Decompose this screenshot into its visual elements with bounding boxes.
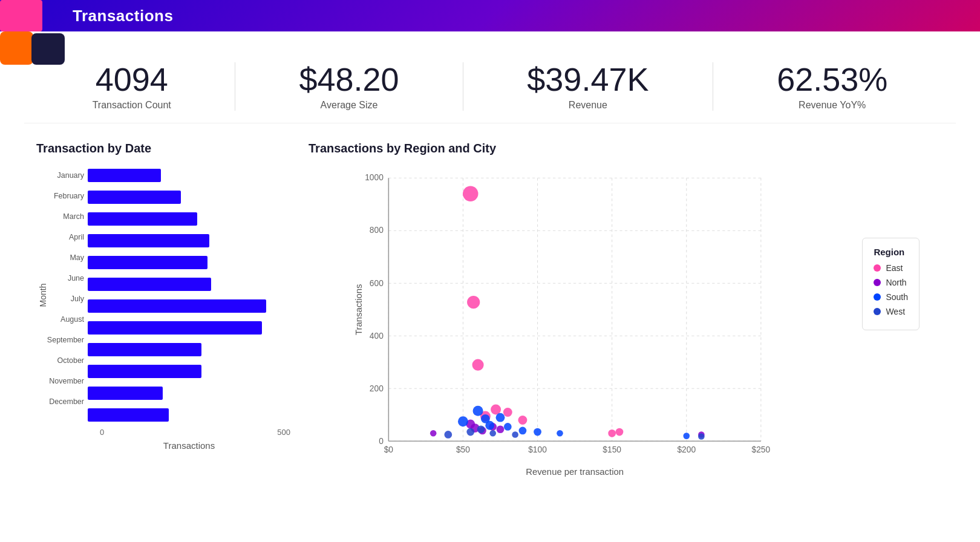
- svg-point-56: [477, 426, 485, 434]
- scatter-container: 02004006008001000$0$50$100$150$200$250Tr…: [309, 165, 944, 480]
- bar-month-label: June: [48, 268, 88, 289]
- svg-text:600: 600: [370, 279, 384, 288]
- logo-area: [0, 0, 73, 67]
- svg-point-41: [497, 426, 505, 434]
- bar-month-label: November: [48, 371, 88, 391]
- bar-fill: [88, 191, 181, 204]
- bar-row: [88, 318, 290, 338]
- svg-text:$50: $50: [456, 446, 470, 455]
- bar-fill: [88, 212, 197, 226]
- legend-dot: [874, 308, 881, 315]
- svg-point-34: [518, 416, 528, 425]
- kpi-value-revenue: $39.47K: [527, 62, 648, 97]
- svg-point-52: [557, 430, 563, 437]
- kpi-divider-1: [235, 62, 235, 111]
- logo-dark: [31, 33, 65, 65]
- scatter-chart-section: Transactions by Region and City 02004006…: [309, 142, 944, 480]
- bar-month-label: October: [48, 350, 88, 371]
- bar-fill: [88, 343, 201, 356]
- scatter-svg: 02004006008001000$0$50$100$150$200$250Tr…: [309, 165, 944, 480]
- svg-point-57: [489, 430, 496, 437]
- bar-x-tick: 500: [227, 428, 290, 437]
- header: Transactions: [0, 0, 980, 31]
- svg-point-35: [608, 429, 616, 437]
- bar-month-label: March: [48, 206, 88, 227]
- kpi-label-revenue: Revenue: [527, 100, 648, 111]
- svg-point-54: [444, 431, 452, 439]
- bar-row: [88, 230, 290, 251]
- svg-point-50: [519, 427, 527, 435]
- svg-text:Revenue per transaction: Revenue per transaction: [526, 467, 624, 477]
- svg-point-30: [472, 359, 484, 371]
- svg-text:Transactions: Transactions: [354, 284, 364, 335]
- bar-row: [88, 339, 290, 360]
- svg-point-58: [512, 432, 518, 439]
- bar-chart-container: MonthJanuaryFebruaryMarchAprilMayJuneJul…: [36, 165, 290, 455]
- svg-point-29: [467, 296, 480, 309]
- legend-item: West: [874, 307, 908, 316]
- svg-point-51: [534, 428, 541, 436]
- bar-row: [88, 165, 290, 186]
- bar-row: [88, 296, 290, 316]
- svg-point-36: [616, 428, 624, 436]
- legend-item: North: [874, 278, 908, 287]
- legend-label: East: [886, 263, 903, 273]
- kpi-value-transaction-count: 4094: [93, 62, 171, 97]
- svg-point-55: [466, 428, 474, 436]
- bar-month-label: January: [48, 165, 88, 186]
- bar-month-label: August: [48, 309, 88, 330]
- legend-item: East: [874, 263, 908, 273]
- bar-fill: [88, 256, 207, 269]
- bar-chart-title: Transaction by Date: [36, 142, 296, 155]
- bar-fill: [88, 387, 163, 400]
- legend-title: Region: [874, 247, 908, 257]
- kpi-divider-3: [713, 62, 713, 111]
- kpi-label-transaction-count: Transaction Count: [93, 100, 171, 111]
- kpi-label-average-size: Average Size: [299, 100, 399, 111]
- svg-text:1000: 1000: [365, 174, 384, 183]
- bar-month-label: February: [48, 186, 88, 206]
- svg-point-42: [430, 430, 437, 437]
- charts-row: Transaction by Date MonthJanuaryFebruary…: [24, 142, 956, 480]
- bar-x-tick: [163, 428, 227, 437]
- legend-dot: [874, 264, 881, 272]
- bar-fill: [88, 169, 161, 182]
- kpi-revenue: $39.47K Revenue: [527, 62, 648, 111]
- bar-row: [88, 187, 290, 207]
- main-content: 4094 Transaction Count $48.20 Average Si…: [0, 31, 980, 542]
- bar-row: [88, 361, 290, 382]
- kpi-divider-2: [463, 62, 463, 111]
- bar-fill: [88, 299, 266, 313]
- logo-orange: [0, 31, 33, 65]
- bar-x-axis-label: Transactions: [36, 440, 290, 451]
- bar-fill: [88, 234, 209, 247]
- kpi-label-revenue-yoy: Revenue YoY%: [777, 100, 887, 111]
- bar-month-label: July: [48, 289, 88, 309]
- svg-text:$0: $0: [384, 446, 394, 455]
- bar-x-tick: 0: [100, 428, 163, 437]
- svg-text:$200: $200: [677, 446, 696, 455]
- kpi-revenue-yoy: 62.53% Revenue YoY%: [777, 62, 887, 111]
- svg-text:400: 400: [370, 331, 384, 341]
- svg-point-44: [458, 417, 468, 427]
- legend-dot: [874, 293, 881, 301]
- legend-label: South: [886, 292, 908, 302]
- bar-month-label: April: [48, 227, 88, 247]
- svg-point-45: [473, 406, 483, 416]
- bar-row: [88, 405, 290, 425]
- svg-point-28: [463, 186, 478, 201]
- bar-row: [88, 383, 290, 403]
- bar-fill: [88, 365, 201, 378]
- kpi-transaction-count: 4094 Transaction Count: [93, 62, 171, 111]
- svg-point-33: [503, 408, 512, 417]
- svg-point-47: [485, 421, 494, 430]
- svg-text:$250: $250: [752, 446, 771, 455]
- logo-pink: [0, 0, 42, 31]
- kpi-value-average-size: $48.20: [299, 62, 399, 97]
- svg-text:$100: $100: [528, 446, 547, 455]
- bar-fill: [88, 278, 211, 291]
- legend-label: North: [886, 278, 906, 287]
- bar-month-label: May: [48, 247, 88, 268]
- legend-items: EastNorthSouthWest: [874, 263, 908, 316]
- svg-point-59: [698, 434, 705, 440]
